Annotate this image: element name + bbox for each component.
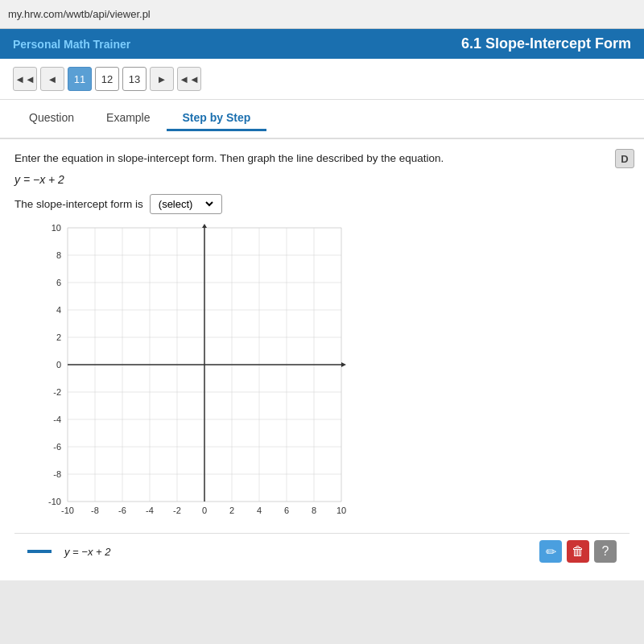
svg-text:10: 10	[52, 224, 61, 233]
next-next-button[interactable]: ◄◄	[177, 67, 201, 91]
svg-text:4: 4	[257, 506, 262, 515]
svg-text:8: 8	[56, 250, 61, 260]
delete-icon-button[interactable]: 🗑	[567, 540, 589, 563]
svg-text:2: 2	[229, 506, 234, 515]
prev-prev-button[interactable]: ◄◄	[13, 67, 37, 91]
slope-intercept-label: The slope-intercept form is	[14, 198, 143, 210]
svg-marker-26	[202, 224, 207, 228]
navigation-row: ◄◄ ◄ 11 12 13 ► ◄◄	[0, 59, 644, 100]
svg-text:6: 6	[284, 506, 289, 515]
svg-text:0: 0	[202, 506, 207, 515]
tab-question[interactable]: Question	[13, 106, 90, 131]
slope-intercept-select[interactable]: (select) y = -x + 2 y = x + 2 y = -x - 2…	[155, 197, 216, 211]
svg-text:6: 6	[56, 278, 61, 287]
equation-display: y = −x + 2	[14, 173, 630, 186]
svg-text:10: 10	[336, 506, 346, 515]
svg-text:-2: -2	[173, 506, 181, 515]
svg-text:-6: -6	[118, 506, 126, 515]
prev-button[interactable]: ◄	[40, 67, 64, 91]
legend-line-indicator	[27, 550, 52, 553]
slope-intercept-row: The slope-intercept form is (select) y =…	[14, 194, 630, 214]
tab-step-by-step[interactable]: Step by Step	[167, 106, 267, 131]
url-display: my.hrw.com/wwtb/api/viewer.pl	[8, 8, 151, 20]
page-11-button[interactable]: 11	[68, 67, 92, 91]
svg-text:-10: -10	[61, 506, 74, 515]
section-title: 6.1 Slope-Intercept Form	[461, 35, 631, 52]
eraser-icon-button[interactable]: ✏	[539, 540, 562, 563]
svg-text:8: 8	[312, 506, 316, 515]
help-icon-button[interactable]: ?	[594, 540, 617, 563]
graph-legend: y = −x + 2 ✏ 🗑 ?	[14, 533, 630, 569]
svg-text:-8: -8	[53, 469, 61, 479]
svg-text:-4: -4	[146, 506, 154, 515]
slope-intercept-dropdown[interactable]: (select) y = -x + 2 y = x + 2 y = -x - 2…	[150, 194, 222, 214]
svg-text:-2: -2	[53, 387, 61, 397]
side-d-button[interactable]: D	[615, 149, 634, 168]
svg-text:4: 4	[56, 305, 61, 315]
content-area: Enter the equation in slope-intercept fo…	[0, 139, 644, 580]
svg-text:2: 2	[56, 332, 61, 342]
graph-svg[interactable]: 10 8 6 4 2 0 -2 -4 -6 -8 -10 -10 -8 -6 -…	[39, 224, 361, 530]
svg-marker-24	[341, 362, 346, 367]
header-bar: Personal Math Trainer 6.1 Slope-Intercep…	[0, 29, 644, 59]
page-12-button[interactable]: 12	[95, 67, 119, 91]
svg-text:-6: -6	[53, 442, 61, 452]
graph-container: 10 8 6 4 2 0 -2 -4 -6 -8 -10 -10 -8 -6 -…	[39, 224, 377, 530]
legend-equation-label: y = −x + 2	[64, 546, 110, 558]
instruction-text: Enter the equation in slope-intercept fo…	[14, 151, 630, 167]
page-13-button[interactable]: 13	[122, 67, 147, 91]
tab-example[interactable]: Example	[90, 106, 166, 131]
tabs-row: Question Example Step by Step	[0, 100, 644, 139]
svg-text:-4: -4	[53, 415, 61, 424]
next-button[interactable]: ►	[150, 67, 174, 91]
browser-bar: my.hrw.com/wwtb/api/viewer.pl	[0, 0, 644, 29]
svg-text:-10: -10	[48, 497, 61, 506]
svg-text:-8: -8	[91, 506, 99, 515]
svg-text:0: 0	[56, 360, 61, 369]
personal-math-trainer-label: Personal Math Trainer	[13, 38, 130, 51]
